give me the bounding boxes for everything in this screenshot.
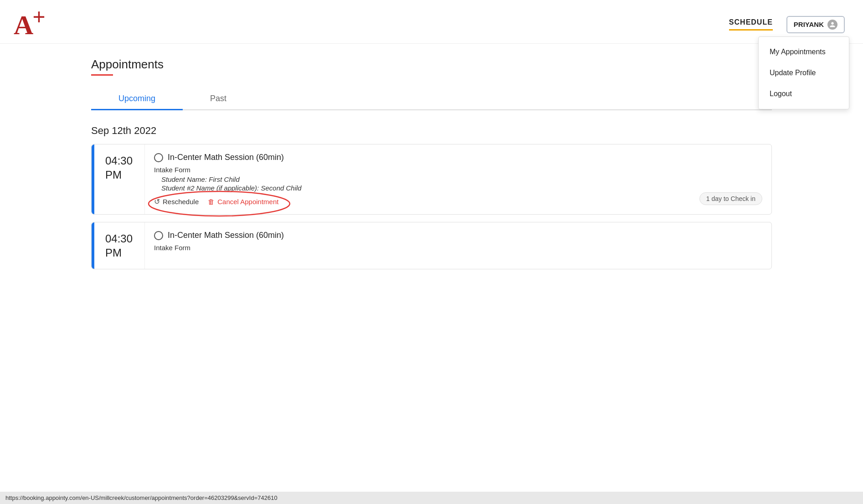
checkin-badge: 1 day to Check in <box>699 192 762 205</box>
time-value: 04:30 <box>105 154 134 168</box>
tab-upcoming[interactable]: Upcoming <box>91 88 183 110</box>
main-content: Appointments Upcoming Past Sep 12th 2022… <box>0 44 863 290</box>
time-period: PM <box>105 168 134 182</box>
tab-past[interactable]: Past <box>183 88 254 110</box>
logo-plus: + <box>32 4 45 30</box>
session-title: In-Center Math Session (60min) <box>168 153 284 162</box>
appointment-card-1: 04:30 PM In-Center Math Session (60min) … <box>91 144 772 215</box>
user-name-label: PRIYANK <box>794 21 824 28</box>
header: A+ SCHEDULE PRIYANK My Appointments Upda… <box>0 0 863 44</box>
reschedule-icon: ↺ <box>154 197 160 206</box>
card-body-1: In-Center Math Session (60min) Intake Fo… <box>144 144 771 214</box>
reschedule-label: Reschedule <box>163 198 199 206</box>
session-title-2: In-Center Math Session (60min) <box>168 231 284 240</box>
user-dropdown-menu: My Appointments Update Profile Logout <box>758 36 849 109</box>
actions-row: ↺ Reschedule 🗑 Cancel Appointment <box>154 197 762 206</box>
appointment-2-time: 04:30 PM <box>94 222 144 269</box>
reschedule-button[interactable]: ↺ Reschedule <box>154 197 199 206</box>
page-title: Appointments <box>91 57 772 72</box>
cancel-label: Cancel Appointment <box>217 198 278 206</box>
check-radio-2[interactable] <box>154 231 163 240</box>
dropdown-my-appointments[interactable]: My Appointments <box>759 41 849 62</box>
page-title-underline <box>91 74 113 76</box>
dropdown-update-profile[interactable]: Update Profile <box>759 62 849 83</box>
dropdown-logout[interactable]: Logout <box>759 83 849 104</box>
student-2-name: Student #2 Name (if applicable): Second … <box>161 184 762 192</box>
user-avatar-icon <box>827 20 837 30</box>
user-button[interactable]: PRIYANK <box>786 16 845 33</box>
header-right: SCHEDULE PRIYANK <box>729 16 845 33</box>
card-2-title-row: In-Center Math Session (60min) <box>154 231 762 240</box>
check-radio[interactable] <box>154 153 163 162</box>
cancel-appointment-button[interactable]: 🗑 Cancel Appointment <box>208 198 278 206</box>
time-2-value: 04:30 <box>105 231 134 246</box>
time-2-period: PM <box>105 246 134 260</box>
logo-text: A <box>14 10 32 40</box>
date-group-label: Sep 12th 2022 <box>91 125 772 137</box>
intake-label-2: Intake Form <box>154 244 762 252</box>
schedule-nav[interactable]: SCHEDULE <box>729 18 773 31</box>
card-body-2: In-Center Math Session (60min) Intake Fo… <box>144 222 771 269</box>
intake-label: Intake Form <box>154 166 762 174</box>
tabs-bar: Upcoming Past <box>91 88 772 110</box>
card-title-row: In-Center Math Session (60min) <box>154 153 762 162</box>
trash-icon: 🗑 <box>208 198 215 206</box>
app-logo: A+ <box>14 5 45 43</box>
student-1-name: Student Name: First Child <box>161 175 762 183</box>
appointment-time: 04:30 PM <box>94 144 144 214</box>
appointment-card-2: 04:30 PM In-Center Math Session (60min) … <box>91 222 772 269</box>
